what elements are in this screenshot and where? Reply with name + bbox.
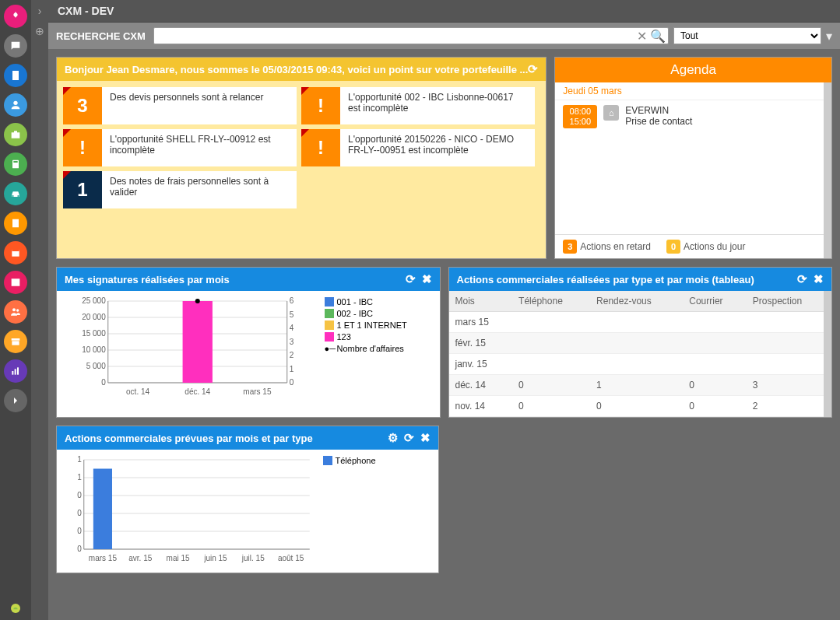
svg-text:oct. 14: oct. 14 — [126, 387, 149, 396]
table-row[interactable]: mars 15 — [449, 312, 832, 333]
close-icon[interactable]: ✖ — [422, 272, 432, 286]
svg-text:1: 1 — [77, 473, 82, 482]
sidebar-nav — [0, 0, 31, 620]
today-actions-label: Actions du jour — [684, 241, 745, 252]
svg-text:août 15: août 15 — [278, 554, 304, 562]
svg-text:mai 15: mai 15 — [167, 554, 190, 562]
planned-title: Actions commerciales prévues par mois et… — [65, 433, 313, 444]
refresh-icon[interactable]: ⟳ — [528, 62, 538, 76]
table-header[interactable]: Téléphone — [512, 291, 590, 312]
group-icon[interactable] — [4, 300, 27, 324]
clear-icon[interactable]: ✕ — [637, 29, 647, 44]
svg-point-6 — [16, 309, 19, 311]
svg-text:0: 0 — [77, 527, 82, 535]
table-header[interactable]: Courrier — [683, 291, 747, 312]
calculator-icon[interactable] — [4, 152, 27, 176]
chevron-right-icon[interactable] — [4, 389, 27, 412]
svg-text:25 000: 25 000 — [82, 296, 106, 305]
scrollbar[interactable] — [824, 291, 831, 417]
table-row[interactable]: févr. 15 — [449, 333, 832, 354]
agenda-item[interactable]: 08:0015:00⌂EVERWINPrise de contact — [555, 100, 831, 133]
person-icon[interactable] — [4, 93, 27, 117]
alert-item[interactable]: 3Des devis personnels sont à relancer — [63, 87, 297, 124]
svg-rect-2 — [13, 161, 17, 163]
svg-text:mars 15: mars 15 — [243, 387, 272, 396]
close-icon[interactable]: ✖ — [814, 272, 824, 286]
table-header[interactable]: Prospection — [747, 291, 831, 312]
refresh-icon[interactable]: ⟳ — [406, 272, 416, 286]
svg-rect-8 — [12, 341, 19, 345]
car-icon[interactable] — [4, 182, 27, 205]
refresh-icon[interactable]: ⟳ — [797, 272, 807, 286]
table-row[interactable]: déc. 140103 — [449, 375, 832, 396]
svg-rect-10 — [15, 369, 16, 374]
svg-point-39 — [195, 299, 200, 303]
agenda-footer: 3Actions en retard 0Actions du jour — [555, 234, 831, 258]
today-actions-count: 0 — [666, 240, 680, 254]
planned-panel: Actions commerciales prévues par mois et… — [56, 426, 439, 573]
alert-item[interactable]: !L'opportunité SHELL FR-LY--00912 est in… — [63, 129, 297, 166]
svg-text:0: 0 — [290, 378, 294, 387]
table-header[interactable]: Rendez-vous — [590, 291, 683, 312]
alert-item[interactable]: !L'opportunité 002 - IBC Lisbonne-00617 … — [301, 87, 535, 124]
svg-text:mars 15: mars 15 — [89, 554, 118, 562]
table-row[interactable]: janv. 15 — [449, 354, 832, 375]
search-bar: RECHERCHE CXM ✕ 🔍 Tout ▾ — [48, 23, 840, 49]
settings-icon[interactable]: ⚙ — [388, 431, 398, 445]
alerts-list: 3Des devis personnels sont à relancer!L'… — [63, 87, 539, 208]
building-icon[interactable] — [4, 64, 27, 87]
svg-text:5 000: 5 000 — [86, 362, 106, 370]
alert-item[interactable]: 1Des notes de frais personnelles sont à … — [63, 171, 297, 208]
alert-item[interactable]: !L'opportunité 20150226 - NICO - DEMO FR… — [301, 129, 535, 166]
actions-table-title: Actions commerciales réalisées par type … — [457, 274, 754, 285]
svg-text:0: 0 — [77, 545, 82, 553]
welcome-panel: Bonjour Jean Desmare, nous sommes le 05/… — [56, 57, 547, 259]
app-title: CXM - DEV — [58, 5, 114, 17]
svg-rect-4 — [12, 250, 19, 251]
funnel-icon[interactable]: ▾ — [826, 29, 832, 44]
chart-icon[interactable] — [4, 359, 27, 383]
svg-point-0 — [13, 101, 17, 105]
table-header[interactable]: Mois — [449, 291, 513, 312]
logo-icon[interactable] — [4, 5, 27, 28]
chevron-right-icon[interactable]: › — [38, 5, 42, 17]
refresh-icon[interactable]: ⟳ — [404, 431, 414, 445]
svg-text:juil. 15: juil. 15 — [241, 554, 265, 562]
agenda-panel: Agenda Jeudi 05 mars 08:0015:00⌂EVERWINP… — [554, 57, 832, 259]
late-actions-label: Actions en retard — [580, 241, 651, 252]
svg-text:10 000: 10 000 — [82, 345, 106, 354]
svg-text:déc. 14: déc. 14 — [185, 387, 210, 396]
add-icon[interactable]: ⊕ — [35, 25, 44, 37]
close-icon[interactable]: ✖ — [420, 431, 431, 445]
briefcase-icon[interactable] — [4, 123, 27, 146]
home-icon: ⌂ — [603, 105, 619, 121]
notes-icon[interactable] — [4, 212, 27, 235]
actions-table-panel: Actions commerciales réalisées par type … — [448, 267, 833, 418]
archive-icon[interactable] — [4, 330, 27, 353]
image-icon[interactable] — [4, 271, 27, 294]
table-row[interactable]: nov. 140002 — [449, 396, 832, 417]
svg-text:4: 4 — [290, 324, 294, 332]
search-label: RECHERCHE CXM — [56, 30, 146, 42]
scrollbar[interactable] — [824, 82, 831, 258]
legend-item: 1 ET 1 INTERNET — [325, 321, 434, 330]
vendor-logo-icon — [4, 597, 27, 620]
agenda-date: Jeudi 05 mars — [555, 82, 831, 100]
legend-item: 123 — [325, 332, 434, 342]
svg-rect-11 — [17, 367, 19, 374]
search-icon[interactable]: 🔍 — [650, 29, 666, 44]
agenda-title: Agenda — [563, 62, 824, 78]
signatures-title: Mes signatures réalisées par mois — [65, 274, 230, 285]
svg-text:1: 1 — [77, 455, 82, 464]
chat-icon[interactable] — [4, 34, 27, 58]
svg-text:5: 5 — [290, 310, 294, 319]
svg-text:3: 3 — [290, 338, 294, 346]
legend-item: Téléphone — [323, 456, 432, 465]
svg-text:6: 6 — [290, 296, 294, 305]
filter-select[interactable]: Tout — [673, 27, 821, 44]
svg-point-5 — [12, 308, 16, 311]
search-input[interactable] — [153, 27, 669, 44]
calendar-icon[interactable] — [4, 241, 27, 264]
svg-text:15 000: 15 000 — [82, 329, 106, 338]
svg-text:0: 0 — [101, 378, 106, 387]
